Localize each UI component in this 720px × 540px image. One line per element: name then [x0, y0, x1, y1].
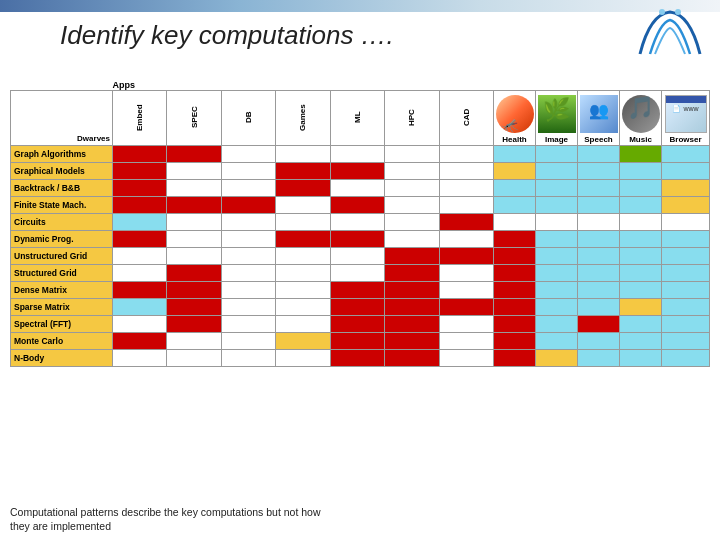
- row-finite-state: Finite State Mach.: [11, 197, 710, 214]
- cell: [113, 282, 167, 299]
- cell: [662, 231, 710, 248]
- cell: [439, 214, 493, 231]
- cell: [276, 265, 330, 282]
- slide-title: Identify key computations ….: [60, 20, 394, 51]
- cell: [494, 163, 536, 180]
- cell: [578, 248, 620, 265]
- row-dynamic-prog: Dynamic Prog.: [11, 231, 710, 248]
- cell: [578, 146, 620, 163]
- label-graphical-models: Graphical Models: [11, 163, 113, 180]
- cell: [276, 333, 330, 350]
- cell: [620, 282, 662, 299]
- cell: [221, 163, 275, 180]
- row-dense-matrix: Dense Matrix: [11, 282, 710, 299]
- cell: [113, 214, 167, 231]
- cell: [385, 333, 439, 350]
- cell: [276, 180, 330, 197]
- cell: [276, 316, 330, 333]
- cell: [276, 350, 330, 367]
- cell: [494, 316, 536, 333]
- cell: [662, 316, 710, 333]
- cell: [385, 163, 439, 180]
- cell: [536, 231, 578, 248]
- label-backtrack: Backtrack / B&B: [11, 180, 113, 197]
- cell: [385, 350, 439, 367]
- cell: [620, 214, 662, 231]
- cell: [276, 146, 330, 163]
- cell: [276, 214, 330, 231]
- label-unstructured-grid: Unstructured Grid: [11, 248, 113, 265]
- label-nbody: N-Body: [11, 350, 113, 367]
- cell: [620, 248, 662, 265]
- corner-cell: Dwarves: [11, 91, 113, 146]
- cell: [167, 231, 221, 248]
- label-finite-state: Finite State Mach.: [11, 197, 113, 214]
- cell: [330, 299, 384, 316]
- cell: [439, 265, 493, 282]
- cell: [662, 265, 710, 282]
- cell: [221, 282, 275, 299]
- cell: [385, 214, 439, 231]
- cell: [494, 146, 536, 163]
- cell: [221, 265, 275, 282]
- cell: [536, 316, 578, 333]
- row-backtrack: Backtrack / B&B: [11, 180, 710, 197]
- row-unstructured-grid: Unstructured Grid: [11, 248, 710, 265]
- cell: [662, 163, 710, 180]
- cell: [494, 282, 536, 299]
- col-header-games: Games: [276, 91, 330, 146]
- cell: [113, 248, 167, 265]
- cell: [113, 197, 167, 214]
- dwarves-label: Dwarves: [77, 134, 110, 143]
- cell: [276, 197, 330, 214]
- row-nbody: N-Body: [11, 350, 710, 367]
- cell: [662, 282, 710, 299]
- cell: [536, 333, 578, 350]
- label-sparse-matrix: Sparse Matrix: [11, 299, 113, 316]
- col-header-cad: CAD: [439, 91, 493, 146]
- cell: [167, 146, 221, 163]
- cell: [662, 146, 710, 163]
- cell: [221, 299, 275, 316]
- row-spectral: Spectral (FFT): [11, 316, 710, 333]
- cell: [662, 350, 710, 367]
- cell: [276, 231, 330, 248]
- footer-text: Computational patterns describe the key …: [10, 505, 710, 534]
- cell: [385, 265, 439, 282]
- app-music-cell: 🎵 Music: [620, 91, 662, 146]
- cell: [167, 299, 221, 316]
- cell: [167, 197, 221, 214]
- cell: [578, 197, 620, 214]
- cell: [330, 350, 384, 367]
- main-grid: Apps Dwarves Embed SPEC DB Games ML HPC …: [10, 80, 710, 367]
- cell: [276, 282, 330, 299]
- cell: [330, 248, 384, 265]
- cell: [276, 163, 330, 180]
- row-circuits: Circuits: [11, 214, 710, 231]
- cell: [494, 231, 536, 248]
- cell: [167, 248, 221, 265]
- cell: [620, 163, 662, 180]
- cell: [536, 146, 578, 163]
- footer-line1: Computational patterns describe the key …: [10, 506, 321, 518]
- cell: [578, 214, 620, 231]
- cell: [221, 231, 275, 248]
- cell: [439, 299, 493, 316]
- logo-area: [630, 4, 710, 64]
- cell: [113, 180, 167, 197]
- cell: [221, 180, 275, 197]
- cell: [330, 197, 384, 214]
- cell: [113, 163, 167, 180]
- cell: [620, 333, 662, 350]
- app-speech-cell: 👥 Speech: [578, 91, 620, 146]
- cell: [113, 299, 167, 316]
- col-header-spec: SPEC: [167, 91, 221, 146]
- cell: [620, 265, 662, 282]
- cell: [494, 214, 536, 231]
- cell: [221, 248, 275, 265]
- cell: [330, 282, 384, 299]
- cell: [113, 231, 167, 248]
- cell: [536, 214, 578, 231]
- cell: [167, 180, 221, 197]
- cell: [113, 265, 167, 282]
